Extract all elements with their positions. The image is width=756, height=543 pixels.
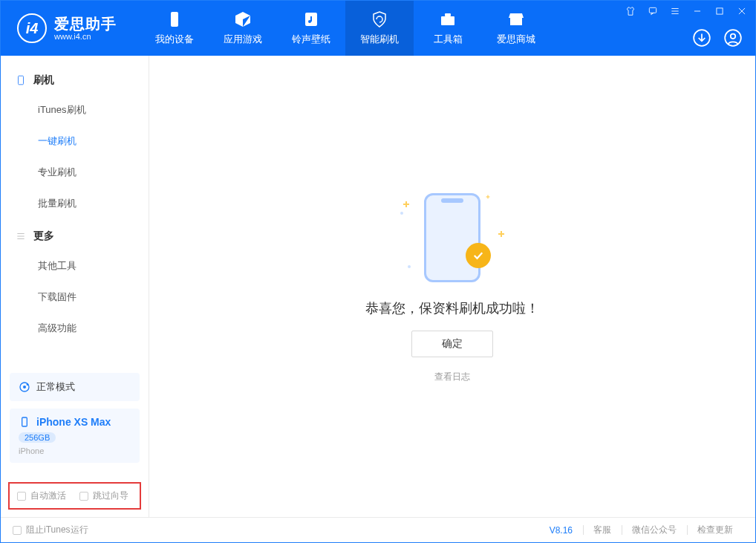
toolbox-icon [439, 10, 457, 28]
checkbox-label: 阻止iTunes运行 [26, 524, 88, 536]
sidebar-item-itunes-flash[interactable]: iTunes刷机 [1, 94, 149, 126]
app-subtitle: www.i4.cn [54, 32, 117, 41]
success-illustration [400, 189, 504, 286]
app-window: i4 爱思助手 www.i4.cn 我的设备 应用游戏 铃声壁纸 智能刷机 [0, 0, 756, 543]
checkbox-prevent-itunes[interactable]: 阻止iTunes运行 [13, 524, 88, 536]
sidebar-item-other-tools[interactable]: 其他工具 [1, 250, 149, 282]
device-card[interactable]: iPhone XS Max 256GB iPhone [10, 409, 140, 463]
checkbox-label: 自动激活 [30, 490, 66, 502]
checkbox-icon [17, 492, 26, 501]
download-circle-icon[interactable] [691, 27, 712, 48]
svg-rect-6 [649, 7, 656, 13]
sidebar-item-oneclick-flash[interactable]: 一键刷机 [1, 126, 149, 157]
sidebar-item-pro-flash[interactable]: 专业刷机 [1, 157, 149, 188]
sparkle-icon [403, 201, 409, 207]
nav-label: 铃声壁纸 [292, 33, 330, 46]
maximize-icon[interactable] [714, 5, 726, 17]
sidebar-group-flash[interactable]: 刷机 [1, 63, 149, 94]
svg-point-14 [27, 383, 29, 386]
dot-icon [400, 212, 403, 215]
nav-tab-store[interactable]: 爱思商城 [482, 1, 550, 56]
header-right-icons [691, 27, 743, 48]
success-message: 恭喜您，保资料刷机成功啦！ [365, 299, 539, 317]
titlebar: i4 爱思助手 www.i4.cn 我的设备 应用游戏 铃声壁纸 智能刷机 [1, 1, 755, 56]
app-title: 爱思助手 [54, 16, 117, 32]
shirt-icon[interactable] [625, 5, 636, 17]
nav-label: 应用游戏 [224, 33, 262, 46]
status-link-support[interactable]: 客服 [583, 524, 622, 536]
sidebar-group-title: 刷机 [33, 74, 54, 87]
sparkle-icon [486, 195, 490, 199]
logo-icon: i4 [17, 13, 47, 43]
mode-card[interactable]: 正常模式 [10, 373, 140, 401]
nav-label: 爱思商城 [497, 33, 535, 46]
mode-label: 正常模式 [36, 380, 75, 394]
sidebar-item-download-firmware[interactable]: 下载固件 [1, 282, 149, 313]
svg-rect-7 [717, 8, 723, 14]
nav-label: 我的设备 [155, 33, 194, 46]
nav-tab-device[interactable]: 我的设备 [140, 1, 209, 56]
svg-rect-4 [445, 13, 451, 16]
checkbox-skip-guide[interactable]: 跳过向导 [79, 490, 128, 502]
check-badge-icon [466, 243, 491, 268]
logo-area[interactable]: i4 爱思助手 www.i4.cn [1, 13, 130, 43]
phone-illustration-icon [424, 193, 480, 282]
body: 刷机 iTunes刷机 一键刷机 专业刷机 批量刷机 更多 其他工具 下载固件 … [1, 56, 755, 517]
svg-rect-0 [171, 12, 178, 27]
svg-point-9 [725, 30, 741, 46]
minimize-icon[interactable] [691, 5, 703, 17]
bottom-options-highlight: 自动激活 跳过向导 [8, 482, 141, 510]
refresh-shield-icon [371, 10, 388, 28]
nav-tabs: 我的设备 应用游戏 铃声壁纸 智能刷机 工具箱 爱思商城 [140, 1, 550, 56]
menu-icon[interactable] [669, 5, 681, 17]
sparkle-icon [498, 231, 504, 237]
ok-button[interactable]: 确定 [411, 331, 493, 357]
svg-point-10 [731, 34, 736, 39]
dot-icon [408, 265, 411, 268]
phone-outline-icon [16, 75, 26, 85]
svg-point-2 [308, 20, 311, 23]
svg-rect-11 [19, 76, 24, 85]
view-log-link[interactable]: 查看日志 [434, 371, 470, 383]
version-label[interactable]: V8.16 [539, 525, 583, 536]
store-icon [507, 10, 525, 28]
cube-icon [234, 10, 252, 28]
svg-point-13 [23, 386, 26, 388]
close-icon[interactable] [736, 5, 748, 17]
window-controls [625, 5, 748, 17]
checkbox-label: 跳过向导 [93, 490, 128, 502]
feedback-icon[interactable] [647, 5, 659, 17]
statusbar: 阻止iTunes运行 V8.16 客服 微信公众号 检查更新 [1, 517, 755, 542]
nav-label: 工具箱 [434, 33, 463, 46]
nav-label: 智能刷机 [360, 33, 399, 46]
list-icon [16, 231, 26, 241]
nav-tab-toolbox[interactable]: 工具箱 [414, 1, 482, 56]
status-link-update[interactable]: 检查更新 [687, 524, 743, 536]
music-icon [302, 10, 320, 28]
user-circle-icon[interactable] [723, 27, 743, 48]
checkbox-icon [79, 492, 88, 501]
checkbox-auto-activate[interactable]: 自动激活 [17, 490, 66, 502]
svg-rect-3 [441, 16, 454, 25]
nav-tab-ringtone[interactable]: 铃声壁纸 [277, 1, 345, 56]
sidebar: 刷机 iTunes刷机 一键刷机 专业刷机 批量刷机 更多 其他工具 下载固件 … [1, 56, 149, 517]
device-icon [166, 10, 183, 28]
mode-icon [19, 381, 30, 393]
device-capacity: 256GB [19, 432, 56, 443]
device-type: iPhone [19, 446, 131, 455]
svg-rect-5 [510, 18, 522, 25]
sidebar-group-title: 更多 [33, 230, 54, 243]
sidebar-cards: 正常模式 iPhone XS Max 256GB iPhone [1, 373, 149, 478]
svg-rect-15 [22, 417, 27, 426]
sidebar-item-advanced[interactable]: 高级功能 [1, 313, 149, 344]
main-content: 恭喜您，保资料刷机成功啦！ 确定 查看日志 [149, 56, 755, 517]
device-name: iPhone XS Max [36, 416, 111, 428]
status-link-wechat[interactable]: 微信公众号 [622, 524, 687, 536]
phone-small-icon [19, 416, 30, 428]
nav-tab-apps[interactable]: 应用游戏 [209, 1, 277, 56]
sidebar-group-more[interactable]: 更多 [1, 219, 149, 250]
nav-tab-flash[interactable]: 智能刷机 [345, 1, 414, 56]
sidebar-item-batch-flash[interactable]: 批量刷机 [1, 188, 149, 219]
checkbox-icon [13, 526, 22, 535]
